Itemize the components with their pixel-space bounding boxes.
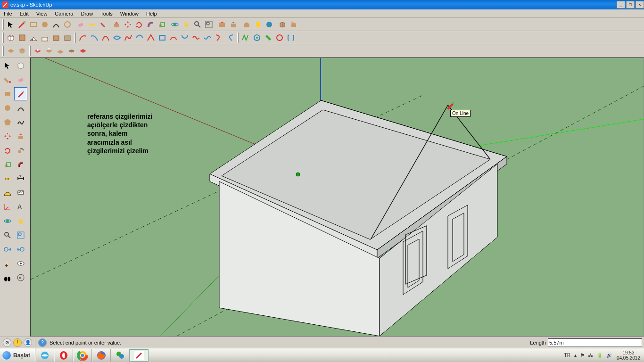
follow-me-icon[interactable] (14, 144, 27, 157)
curve-tool-2-icon[interactable] (89, 32, 100, 43)
camera-left-icon[interactable] (62, 32, 73, 43)
minimize-button[interactable]: _ (617, 1, 625, 8)
toolbar-grip[interactable] (2, 33, 4, 43)
eraser-tool-icon[interactable] (75, 19, 86, 30)
help-button-icon[interactable]: ? (38, 338, 47, 347)
sandbox-d-icon[interactable] (66, 45, 77, 57)
menu-camera[interactable]: Camera (51, 10, 77, 17)
taskbar-opera-icon[interactable] (54, 349, 73, 362)
camera-top-icon[interactable] (17, 32, 28, 43)
dimension-icon[interactable]: 3' (14, 172, 27, 185)
menu-tools[interactable]: Tools (97, 10, 116, 17)
line-tool-icon[interactable] (17, 19, 28, 30)
camera-back-icon[interactable] (50, 32, 62, 43)
rectangle-icon[interactable] (1, 87, 14, 100)
tape-measure-icon[interactable] (1, 172, 14, 185)
polygon-tool-icon[interactable] (62, 19, 73, 30)
curve-d-icon[interactable] (224, 32, 236, 43)
bracket-icon[interactable] (285, 32, 297, 43)
text-icon[interactable]: ABC (14, 186, 27, 199)
layer-b-icon[interactable] (17, 45, 28, 57)
sandbox-b-icon[interactable] (43, 45, 55, 57)
circle-icon[interactable] (1, 101, 14, 115)
sandbox-e-icon[interactable] (77, 45, 89, 57)
orbit-tool-icon[interactable] (169, 19, 181, 30)
viewport-canvas[interactable]: referans çizgilerimizi açıölçerle çizdik… (30, 58, 644, 337)
camera-front-icon[interactable] (28, 32, 39, 43)
rect-outline-icon[interactable] (157, 32, 168, 43)
zoom-extents-tool-icon[interactable] (203, 19, 215, 30)
curve-tool-6-icon[interactable] (134, 32, 145, 43)
lang-indicator[interactable]: TR (562, 353, 572, 358)
warehouse-tool-icon[interactable] (241, 19, 252, 30)
pan-tool-icon[interactable] (181, 19, 192, 30)
move-tool-icon[interactable] (122, 19, 133, 30)
taskbar-firefox-icon[interactable] (92, 349, 111, 362)
scale-icon[interactable] (1, 158, 14, 171)
curve-tool-7-icon[interactable] (145, 32, 157, 43)
camera-iso-icon[interactable] (5, 32, 17, 43)
taskbar-sketchup-icon[interactable] (130, 349, 149, 362)
orbit-icon[interactable] (1, 214, 14, 228)
rectangle-tool-icon[interactable] (28, 19, 39, 30)
menu-view[interactable]: View (33, 10, 51, 17)
tray-expand-icon[interactable]: ▴ (572, 353, 578, 358)
close-button[interactable]: × (636, 1, 644, 8)
hex-icon[interactable] (251, 32, 263, 43)
tray-network-icon[interactable]: 🖧 (586, 353, 595, 358)
toolbar-grip[interactable] (29, 46, 31, 56)
arc-a-icon[interactable] (168, 32, 179, 43)
sandbox-c-icon[interactable] (55, 45, 66, 57)
tray-clock[interactable]: 19:53 04.05.2012 (614, 350, 643, 361)
get-models-icon[interactable] (228, 19, 239, 30)
section-plane-icon[interactable]: ⊕ (14, 271, 27, 284)
select-tool-icon[interactable] (5, 19, 17, 30)
paint-bucket-icon[interactable] (1, 73, 14, 86)
polygon-icon[interactable] (1, 115, 14, 129)
axes-icon[interactable] (1, 200, 14, 214)
wave-a-icon[interactable] (190, 32, 202, 43)
zoom-icon[interactable] (1, 229, 14, 242)
wave-b-icon[interactable] (202, 32, 213, 43)
pencil-icon[interactable] (14, 87, 27, 100)
tape-tool-icon[interactable] (86, 19, 98, 30)
toolbar-grip[interactable] (2, 19, 4, 30)
pan-icon[interactable] (14, 214, 27, 228)
open-box-icon[interactable] (288, 19, 299, 30)
info-button-icon[interactable]: ⊘ (3, 338, 11, 347)
rotate-icon[interactable] (1, 144, 14, 157)
toolbar-grip[interactable] (74, 33, 76, 43)
position-camera-icon[interactable] (1, 257, 14, 270)
menu-draw[interactable]: Draw (77, 10, 97, 17)
curve-tool-4-icon[interactable] (111, 32, 123, 43)
paint-tool-icon[interactable] (98, 19, 109, 30)
box-tool-icon[interactable] (277, 19, 288, 30)
zoom-extents-icon[interactable] (14, 229, 27, 242)
taskbar-messenger-icon[interactable] (111, 349, 130, 362)
arc-tool-icon[interactable] (50, 19, 62, 30)
move-icon[interactable] (1, 130, 14, 143)
curve-c-icon[interactable] (213, 32, 224, 43)
menu-file[interactable]: File (0, 10, 16, 17)
taskbar-ie-icon[interactable] (35, 349, 54, 362)
length-input[interactable] (548, 338, 642, 347)
tray-flag-icon[interactable]: ⚑ (578, 353, 586, 358)
tray-volume-icon[interactable]: 🔊 (604, 353, 614, 358)
start-button[interactable]: Başlat (0, 348, 35, 362)
select-icon[interactable] (1, 59, 14, 72)
look-around-icon[interactable] (14, 257, 27, 270)
zigzag-icon[interactable] (240, 32, 251, 43)
menu-help[interactable]: Help (142, 10, 161, 17)
curve-tool-5-icon[interactable] (123, 32, 134, 43)
menu-window[interactable]: Window (116, 10, 142, 17)
make-component-icon[interactable] (216, 19, 228, 30)
zoom-tool-icon[interactable] (192, 19, 203, 30)
scale-tool-icon[interactable] (156, 19, 167, 30)
rotate-tool-icon[interactable] (133, 19, 145, 30)
circle-tool-icon[interactable] (39, 19, 50, 30)
3dtext-icon[interactable]: A (14, 200, 27, 214)
user-button-icon[interactable]: 👤 (24, 338, 32, 347)
curve-tool-3-icon[interactable] (100, 32, 111, 43)
maximize-button[interactable]: □ (626, 1, 635, 8)
menu-edit[interactable]: Edit (16, 10, 33, 17)
